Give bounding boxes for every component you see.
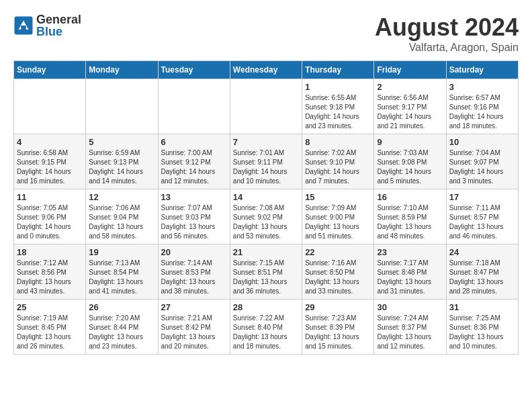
- day-info: Sunrise: 6:57 AM Sunset: 9:16 PM Dayligh…: [449, 93, 515, 131]
- day-info: Sunrise: 7:23 AM Sunset: 8:39 PM Dayligh…: [305, 314, 371, 351]
- day-number: 23: [377, 247, 443, 257]
- logo-icon: [13, 15, 34, 36]
- day-info: Sunrise: 7:16 AM Sunset: 8:50 PM Dayligh…: [305, 259, 371, 296]
- day-info: Sunrise: 7:19 AM Sunset: 8:45 PM Dayligh…: [17, 314, 83, 351]
- day-number: 4: [17, 137, 83, 147]
- col-header-wednesday: Wednesday: [230, 61, 302, 79]
- day-number: 24: [449, 247, 515, 257]
- day-cell-20: 20Sunrise: 7:14 AM Sunset: 8:53 PM Dayli…: [158, 244, 230, 300]
- day-cell-23: 23Sunrise: 7:17 AM Sunset: 8:48 PM Dayli…: [374, 244, 446, 300]
- day-info: Sunrise: 7:00 AM Sunset: 9:12 PM Dayligh…: [161, 148, 227, 186]
- day-info: Sunrise: 7:06 AM Sunset: 9:04 PM Dayligh…: [89, 203, 154, 241]
- week-row: 4Sunrise: 6:58 AM Sunset: 9:15 PM Daylig…: [14, 134, 519, 189]
- day-info: Sunrise: 7:05 AM Sunset: 9:06 PM Dayligh…: [17, 203, 83, 241]
- day-number: 15: [305, 192, 371, 202]
- day-number: 6: [161, 137, 227, 147]
- day-cell-17: 17Sunrise: 7:11 AM Sunset: 8:57 PM Dayli…: [446, 189, 518, 244]
- day-cell-2: 2Sunrise: 6:56 AM Sunset: 9:17 PM Daylig…: [374, 79, 446, 134]
- day-info: Sunrise: 7:13 AM Sunset: 8:54 PM Dayligh…: [89, 259, 154, 296]
- day-number: 16: [377, 192, 443, 202]
- day-info: Sunrise: 7:15 AM Sunset: 8:51 PM Dayligh…: [233, 259, 299, 296]
- day-cell-21: 21Sunrise: 7:15 AM Sunset: 8:51 PM Dayli…: [230, 244, 302, 300]
- day-number: 13: [161, 192, 227, 202]
- empty-cell: [86, 79, 158, 134]
- col-header-tuesday: Tuesday: [158, 61, 230, 79]
- svg-rect-2: [21, 26, 26, 30]
- day-cell-28: 28Sunrise: 7:22 AM Sunset: 8:40 PM Dayli…: [230, 300, 302, 355]
- day-cell-27: 27Sunrise: 7:21 AM Sunset: 8:42 PM Dayli…: [158, 300, 230, 355]
- week-row: 1Sunrise: 6:55 AM Sunset: 9:18 PM Daylig…: [14, 79, 519, 134]
- day-cell-14: 14Sunrise: 7:08 AM Sunset: 9:02 PM Dayli…: [230, 189, 302, 244]
- day-cell-16: 16Sunrise: 7:10 AM Sunset: 8:59 PM Dayli…: [374, 189, 446, 244]
- day-cell-15: 15Sunrise: 7:09 AM Sunset: 9:00 PM Dayli…: [302, 189, 374, 244]
- day-number: 20: [161, 247, 227, 257]
- logo-text: General Blue: [36, 13, 81, 38]
- week-row: 25Sunrise: 7:19 AM Sunset: 8:45 PM Dayli…: [14, 300, 519, 355]
- day-number: 29: [305, 302, 371, 312]
- day-info: Sunrise: 7:04 AM Sunset: 9:07 PM Dayligh…: [449, 148, 515, 186]
- day-info: Sunrise: 7:09 AM Sunset: 9:00 PM Dayligh…: [305, 203, 371, 241]
- day-cell-29: 29Sunrise: 7:23 AM Sunset: 8:39 PM Dayli…: [302, 300, 374, 355]
- col-header-saturday: Saturday: [446, 61, 518, 79]
- day-cell-22: 22Sunrise: 7:16 AM Sunset: 8:50 PM Dayli…: [302, 244, 374, 300]
- day-info: Sunrise: 7:14 AM Sunset: 8:53 PM Dayligh…: [161, 259, 227, 296]
- logo-blue-text: Blue: [36, 26, 81, 38]
- day-info: Sunrise: 7:24 AM Sunset: 8:37 PM Dayligh…: [377, 314, 443, 351]
- day-info: Sunrise: 6:59 AM Sunset: 9:13 PM Dayligh…: [89, 148, 154, 186]
- day-info: Sunrise: 7:25 AM Sunset: 8:36 PM Dayligh…: [449, 314, 515, 351]
- calendar-table: SundayMondayTuesdayWednesdayThursdayFrid…: [13, 60, 519, 355]
- day-info: Sunrise: 7:17 AM Sunset: 8:48 PM Dayligh…: [377, 259, 443, 296]
- col-header-thursday: Thursday: [302, 61, 374, 79]
- day-info: Sunrise: 7:03 AM Sunset: 9:08 PM Dayligh…: [377, 148, 443, 186]
- day-cell-30: 30Sunrise: 7:24 AM Sunset: 8:37 PM Dayli…: [374, 300, 446, 355]
- day-number: 31: [449, 302, 515, 312]
- day-info: Sunrise: 7:22 AM Sunset: 8:40 PM Dayligh…: [233, 314, 299, 351]
- day-number: 27: [161, 302, 227, 312]
- day-cell-5: 5Sunrise: 6:59 AM Sunset: 9:13 PM Daylig…: [86, 134, 158, 189]
- day-cell-24: 24Sunrise: 7:18 AM Sunset: 8:47 PM Dayli…: [446, 244, 518, 300]
- day-number: 5: [89, 137, 154, 147]
- day-info: Sunrise: 7:18 AM Sunset: 8:47 PM Dayligh…: [449, 259, 515, 296]
- day-info: Sunrise: 7:07 AM Sunset: 9:03 PM Dayligh…: [161, 203, 227, 241]
- logo: General Blue: [13, 13, 81, 38]
- day-number: 26: [89, 302, 154, 312]
- day-number: 11: [17, 192, 83, 202]
- day-cell-7: 7Sunrise: 7:01 AM Sunset: 9:11 PM Daylig…: [230, 134, 302, 189]
- day-info: Sunrise: 6:55 AM Sunset: 9:18 PM Dayligh…: [305, 93, 371, 131]
- day-info: Sunrise: 7:01 AM Sunset: 9:11 PM Dayligh…: [233, 148, 299, 186]
- day-number: 19: [89, 247, 154, 257]
- day-number: 2: [377, 82, 443, 92]
- day-cell-8: 8Sunrise: 7:02 AM Sunset: 9:10 PM Daylig…: [302, 134, 374, 189]
- day-info: Sunrise: 7:08 AM Sunset: 9:02 PM Dayligh…: [233, 203, 299, 241]
- day-number: 10: [449, 137, 515, 147]
- day-cell-19: 19Sunrise: 7:13 AM Sunset: 8:54 PM Dayli…: [86, 244, 158, 300]
- day-cell-13: 13Sunrise: 7:07 AM Sunset: 9:03 PM Dayli…: [158, 189, 230, 244]
- day-number: 3: [449, 82, 515, 92]
- logo-general: General: [36, 13, 81, 26]
- day-cell-4: 4Sunrise: 6:58 AM Sunset: 9:15 PM Daylig…: [14, 134, 86, 189]
- day-cell-12: 12Sunrise: 7:06 AM Sunset: 9:04 PM Dayli…: [86, 189, 158, 244]
- empty-cell: [230, 79, 302, 134]
- week-row: 18Sunrise: 7:12 AM Sunset: 8:56 PM Dayli…: [14, 244, 519, 300]
- col-header-monday: Monday: [86, 61, 158, 79]
- day-number: 7: [233, 137, 299, 147]
- week-row: 11Sunrise: 7:05 AM Sunset: 9:06 PM Dayli…: [14, 189, 519, 244]
- calendar-subtitle: Valfarta, Aragon, Spain: [375, 42, 519, 54]
- title-block: August 2024 Valfarta, Aragon, Spain: [375, 13, 519, 54]
- day-number: 28: [233, 302, 299, 312]
- day-number: 30: [377, 302, 443, 312]
- day-cell-18: 18Sunrise: 7:12 AM Sunset: 8:56 PM Dayli…: [14, 244, 86, 300]
- day-number: 21: [233, 247, 299, 257]
- day-info: Sunrise: 7:11 AM Sunset: 8:57 PM Dayligh…: [449, 203, 515, 241]
- day-info: Sunrise: 7:12 AM Sunset: 8:56 PM Dayligh…: [17, 259, 83, 296]
- day-number: 25: [17, 302, 83, 312]
- day-cell-9: 9Sunrise: 7:03 AM Sunset: 9:08 PM Daylig…: [374, 134, 446, 189]
- empty-cell: [158, 79, 230, 134]
- day-cell-25: 25Sunrise: 7:19 AM Sunset: 8:45 PM Dayli…: [14, 300, 86, 355]
- day-number: 22: [305, 247, 371, 257]
- day-cell-3: 3Sunrise: 6:57 AM Sunset: 9:16 PM Daylig…: [446, 79, 518, 134]
- day-number: 1: [305, 82, 371, 92]
- day-number: 14: [233, 192, 299, 202]
- page-header: General Blue August 2024 Valfarta, Arago…: [13, 13, 519, 54]
- calendar-title: August 2024: [375, 13, 519, 42]
